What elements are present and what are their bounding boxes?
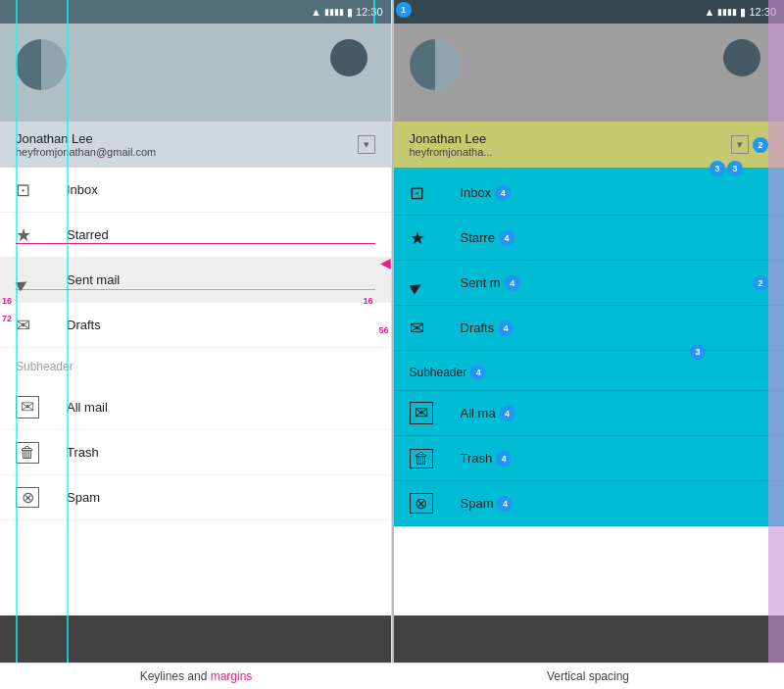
time-display: 12:30: [356, 6, 383, 18]
left-spam-label: Spam: [67, 490, 100, 505]
left-allmail-label: All mail: [67, 400, 108, 415]
right-account-name: Jonathan Lee: [410, 131, 493, 146]
right-signal-icon: ▮▮▮▮: [717, 7, 737, 17]
left-account-text: Jonathan Lee heyfromjonathan@gmail.com: [16, 131, 156, 158]
left-panel-label: Keylines and margins: [0, 669, 392, 683]
divider-badge-3b: 3: [727, 161, 743, 176]
right-nav: ⊡ Inbox 4 ★ Starre 4 ▶ Sent m 4 2 ✉ Draf…: [394, 171, 785, 351]
spacing-label-16-right: 16: [363, 296, 372, 306]
left-nav-sent[interactable]: ▶ Sent mail: [0, 258, 391, 303]
right-avatar-main: [410, 39, 461, 90]
sent-badge: 4: [505, 275, 520, 291]
sent-right-badge: 2: [753, 275, 768, 291]
left-avatar-main: [16, 39, 67, 90]
keylines-text: Keylines and: [140, 669, 211, 683]
right-drafts-label: Drafts: [461, 320, 495, 335]
margins-text: margins: [211, 669, 253, 683]
main-container: ▲ ▮▮▮▮ ▮ 12:30 Jonathan Lee heyfromjonat…: [0, 0, 784, 663]
right-nav-drafts[interactable]: ✉ Drafts 4: [394, 306, 785, 351]
right-drafts-icon: ✉: [410, 318, 433, 339]
left-nav-spam[interactable]: ⊗ Spam: [0, 475, 391, 520]
left-avatar-secondary: [330, 39, 368, 76]
right-inbox-icon: ⊡: [410, 182, 433, 204]
left-nav: ⊡ Inbox ★ Starred ▶ Sent mail ✉ Drafts S…: [0, 168, 391, 520]
right-panel-label: Vertical spacing: [392, 669, 784, 683]
left-sent-label: Sent mail: [67, 272, 120, 287]
right-spam-icon: ⊗: [410, 493, 433, 514]
spacing-label-72: 72: [2, 314, 12, 323]
right-account-text: Jonathan Lee heyfromjonatha...: [410, 131, 493, 158]
left-panel: ▲ ▮▮▮▮ ▮ 12:30 Jonathan Lee heyfromjonat…: [0, 0, 392, 663]
inbox-badge: 4: [495, 185, 511, 201]
right-divider-mid: 3: [394, 351, 785, 354]
starred-badge: 4: [499, 230, 514, 246]
spam-icon: ⊗: [16, 487, 39, 508]
right-sent-icon: ▶: [407, 271, 435, 296]
left-trash-label: Trash: [67, 445, 99, 460]
right-arrow-indicator: ◀: [380, 255, 391, 271]
left-status-icons: ▲ ▮▮▮▮ ▮ 12:30: [311, 6, 382, 19]
drafts-badge: 4: [498, 320, 514, 336]
right-nav-trash[interactable]: 🗑 Trash 4: [394, 436, 785, 481]
right-nav-starred[interactable]: ★ Starre 4: [394, 216, 785, 261]
right-subheader: Subheader 4: [394, 354, 785, 391]
right-panel: 1 ▲ ▮▮▮▮ ▮ 12:30 Jonathan Lee heyfromjon…: [394, 0, 785, 663]
right-nav-spam[interactable]: ⊗ Spam 4: [394, 481, 785, 526]
left-account-email: heyfromjonathan@gmail.com: [16, 146, 156, 158]
right-nav-allmail[interactable]: ✉ All ma 4: [394, 391, 785, 436]
right-star-icon: ★: [410, 227, 433, 249]
left-starred-label: Starred: [67, 227, 109, 242]
right-bottom-bar: [394, 615, 785, 663]
right-allmail-icon: ✉: [410, 402, 433, 424]
left-nav-drafts[interactable]: ✉ Drafts: [0, 303, 391, 348]
left-drawer-header: [0, 24, 391, 122]
right-trash-icon: 🗑: [410, 449, 433, 468]
right-account-email: heyfromjonatha...: [410, 146, 493, 158]
margin-line-sent-b: [16, 289, 375, 290]
left-nav-trash[interactable]: 🗑 Trash: [0, 430, 391, 475]
right-drawer-header: [394, 24, 785, 122]
battery-icon: ▮: [347, 6, 353, 19]
left-account-info: Jonathan Lee heyfromjonathan@gmail.com ▾: [0, 122, 391, 168]
left-nav-starred[interactable]: ★ Starred: [0, 213, 391, 258]
right-nav-inbox[interactable]: ⊡ Inbox 4: [394, 171, 785, 216]
left-account-name: Jonathan Lee: [16, 131, 156, 146]
inbox-icon: ⊡: [16, 179, 39, 201]
bottom-labels-bar: Keylines and margins Vertical spacing: [0, 663, 784, 689]
right-account-info: Jonathan Lee heyfromjonatha... ▾ 2: [394, 122, 785, 168]
right-allmail-label: All ma: [461, 406, 496, 420]
right-nav-bottom: ✉ All ma 4 🗑 Trash 4 ⊗ Spam 4: [394, 391, 785, 526]
right-sent-label: Sent m: [461, 275, 501, 290]
right-account-right: ▾ 2: [731, 135, 768, 154]
allmail-icon: ✉: [16, 396, 39, 418]
right-spam-label: Spam: [461, 496, 494, 511]
right-status-bar: 1 ▲ ▮▮▮▮ ▮ 12:30: [394, 0, 785, 24]
right-nav-sent[interactable]: ▶ Sent m 4 2: [394, 261, 785, 306]
wifi-icon: ▲: [311, 6, 321, 18]
right-trash-label: Trash: [461, 451, 493, 466]
right-wifi-icon: ▲: [705, 6, 715, 18]
right-starred-label: Starre: [461, 230, 495, 245]
trash-badge: 4: [496, 451, 512, 467]
right-gutter: [768, 0, 784, 663]
left-bottom-bar: [0, 615, 391, 663]
left-nav-allmail[interactable]: ✉ All mail: [0, 385, 391, 430]
left-nav-inbox[interactable]: ⊡ Inbox: [0, 168, 391, 213]
vertical-spacing-text: Vertical spacing: [547, 669, 629, 683]
spam-badge: 4: [497, 496, 513, 512]
divider-badge-3a: 3: [710, 161, 725, 176]
trash-icon: 🗑: [16, 442, 39, 464]
left-subheader-label: Subheader: [16, 360, 74, 373]
left-drafts-label: Drafts: [67, 318, 101, 332]
margin-line-sent: [16, 243, 375, 244]
left-subheader: Subheader: [0, 348, 391, 385]
left-status-bar: ▲ ▮▮▮▮ ▮ 12:30: [0, 0, 391, 24]
right-dropdown-arrow[interactable]: ▾: [731, 135, 749, 154]
account-badge: 2: [753, 137, 768, 153]
left-dropdown-arrow[interactable]: ▾: [358, 135, 375, 154]
right-status-icons: ▲ ▮▮▮▮ ▮ 12:30: [705, 6, 776, 19]
spacing-label-16-left: 16: [2, 296, 12, 306]
divider2-badge: 3: [690, 344, 706, 360]
allmail-badge: 4: [500, 406, 515, 421]
keyline-right-margin: [373, 0, 375, 25]
